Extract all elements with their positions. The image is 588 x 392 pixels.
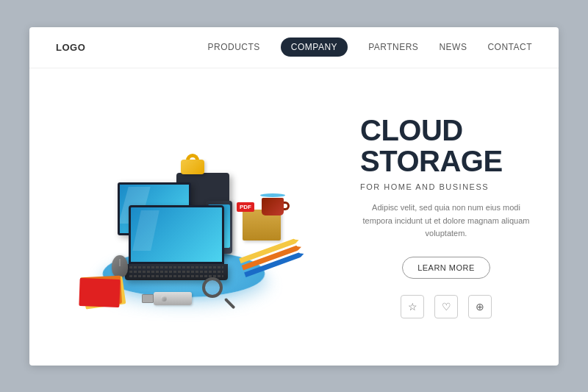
nav-contact[interactable]: CONTACT — [487, 42, 532, 52]
padlock-body — [181, 160, 204, 174]
nav-partners[interactable]: PARTNERS — [368, 42, 418, 52]
hero-description: Adipisc velit, sed quia non num eius mod… — [360, 202, 532, 240]
nav-products[interactable]: PRODUCTS — [208, 42, 260, 52]
main-content: PDF CL — [29, 68, 559, 366]
nav-news[interactable]: NEWS — [439, 42, 467, 52]
folder-red — [79, 278, 120, 307]
usb-connector — [142, 294, 154, 303]
key-row-1 — [129, 266, 223, 268]
iso-scene: PDF — [59, 77, 323, 357]
nav-company[interactable]: COMPANY — [281, 38, 348, 57]
cup-body — [262, 198, 284, 215]
cup-top — [260, 193, 285, 197]
laptop — [125, 205, 228, 280]
laptop-glare — [132, 210, 159, 251]
star-icon: ☆ — [408, 301, 417, 313]
logo: LOGO — [56, 42, 85, 53]
globe-icon: ⊕ — [476, 301, 484, 313]
learn-more-button[interactable]: LEARN MORE — [402, 257, 490, 279]
pencils — [239, 238, 301, 279]
usb-drive — [143, 291, 195, 307]
cup-handle — [284, 202, 290, 210]
navbar: LOGO PRODUCTS COMPANY PARTNERS NEWS CONT… — [29, 27, 559, 68]
usb-dot — [161, 296, 167, 302]
page-card: LOGO PRODUCTS COMPANY PARTNERS NEWS CONT… — [29, 27, 559, 366]
nav-links: PRODUCTS COMPANY PARTNERS NEWS CONTACT — [208, 38, 533, 57]
laptop-screen — [129, 205, 224, 264]
heart-icon-box[interactable]: ♡ — [434, 295, 458, 318]
globe-icon-box[interactable]: ⊕ — [468, 295, 492, 318]
usb-body — [154, 292, 192, 305]
hero-title: CLOUD STORAGE — [360, 115, 532, 177]
heart-icon: ♡ — [442, 301, 451, 313]
star-icon-box[interactable]: ☆ — [401, 295, 424, 318]
magnifier-glass — [202, 277, 223, 298]
mouse — [112, 255, 128, 277]
magnifier — [202, 277, 234, 313]
padlock — [181, 154, 204, 174]
icon-row: ☆ ♡ ⊕ — [360, 295, 532, 318]
pdf-badge: PDF — [237, 202, 254, 212]
coffee-cup — [262, 193, 284, 214]
magnifier-handle — [224, 297, 236, 309]
text-area: CLOUD STORAGE FOR HOME AND BUSINESS Adip… — [353, 68, 559, 366]
hero-subtitle: FOR HOME AND BUSINESS — [360, 182, 532, 191]
illustration-area: PDF — [29, 68, 353, 366]
key-row-2 — [129, 271, 223, 273]
